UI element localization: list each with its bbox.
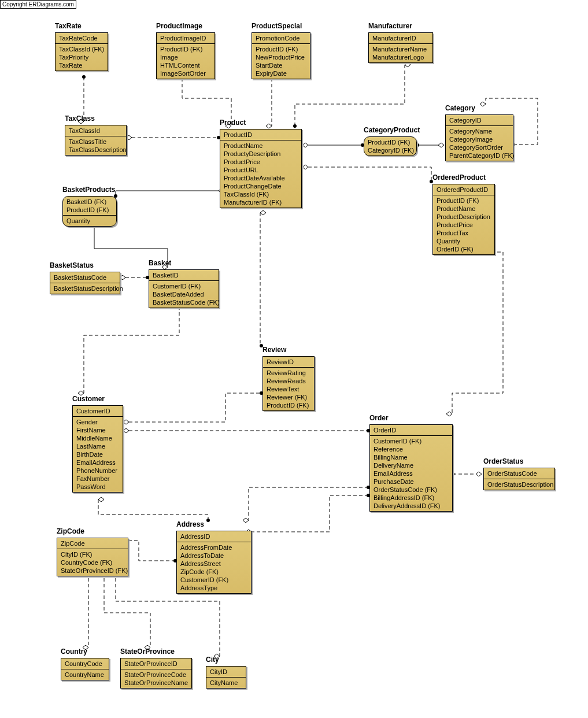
attr-field: ProductDateAvailable (224, 174, 298, 182)
pk-field: ZipCode (61, 539, 124, 547)
pk-field: AddressID (180, 532, 247, 541)
entity-title-country: Country (61, 647, 87, 656)
attr-field: ProductTax (437, 229, 491, 237)
pk-field: CustomerID (76, 407, 119, 415)
pk-field: CityID (210, 668, 242, 676)
attr-field: ImageSortOrder (160, 69, 211, 77)
entity-review: ReviewID ReviewRating ReviewReads Review… (262, 356, 315, 411)
attr-field: TaxClassDescription (69, 146, 123, 154)
entity-title-address: Address (176, 520, 204, 528)
entity-title-taxrate: TaxRate (55, 22, 82, 30)
attr-field: CountryCode (FK) (61, 558, 124, 567)
entity-address: AddressID AddressFromDate AddressToDate … (176, 531, 252, 594)
attr-field: ProductURL (224, 166, 298, 174)
attr-field: CustomerID (FK) (153, 282, 215, 290)
attr-field: DeliveryName (373, 461, 449, 469)
attr-field: ProductPrice (437, 221, 491, 229)
attr-field: AddressType (180, 584, 247, 592)
pk-field: ProductID (FK) (368, 138, 413, 146)
attr-field: Image (160, 53, 211, 61)
attr-field: PhoneNumber (76, 467, 119, 475)
entity-zipcode: ZipCode CityID (FK) CountryCode (FK) Sta… (57, 538, 128, 576)
attr-field: BillingAddressID (FK) (373, 494, 449, 502)
entity-title-orderstatus: OrderStatus (483, 457, 523, 465)
attr-field: ManufacturerLogo (372, 53, 429, 61)
attr-field: ReviewText (267, 385, 310, 393)
entity-productspecial: PromotionCode ProductID (FK) NewProductP… (252, 32, 310, 79)
attr-field: ProductID (FK) (267, 401, 310, 409)
entity-product: ProductID ProductName ProductyDescriptio… (220, 129, 302, 208)
attr-field: AddressStreet (180, 560, 247, 568)
attr-field: FirstName (76, 426, 119, 434)
attr-field: AddressFromDate (180, 543, 247, 552)
attr-field: CategoryImage (449, 135, 509, 143)
entity-title-basketstatus: BasketStatus (50, 261, 94, 269)
attr-field: OrderStatusCode (FK) (373, 486, 449, 494)
attr-field: Quantity (437, 237, 491, 245)
entity-category: CategoryID CategoryName CategoryImage Ca… (445, 114, 513, 161)
entity-customer: CustomerID Gender FirstName MiddleName L… (72, 405, 123, 493)
attr-field: CustomerID (FK) (180, 576, 247, 584)
entity-basketproducts: BasketID (FK) ProductID (FK) Quantity (62, 196, 117, 227)
pk-field: ProductImageID (160, 34, 211, 42)
attr-field: BillingName (373, 453, 449, 461)
pk-field: BasketID (153, 271, 215, 279)
pk-field: PromotionCode (256, 34, 306, 42)
attr-field: ZipCode (FK) (180, 568, 247, 576)
entity-title-order: Order (369, 414, 389, 422)
attr-field: HTMLContent (160, 61, 211, 69)
attr-field: ExpiryDate (256, 69, 306, 77)
attr-field: ProductDescription (437, 213, 491, 221)
attr-field: ProductChangeDate (224, 182, 298, 190)
attr-field: StateOrProvinceID (FK) (61, 567, 124, 575)
entity-title-review: Review (262, 346, 286, 354)
attr-field: PurchaseDate (373, 478, 449, 486)
pk-field: StateOrProvinceID (124, 660, 188, 668)
entity-title-basketproducts: BasketProducts (62, 186, 115, 194)
entity-title-taxclass: TaxClass (65, 114, 95, 123)
attr-field: StateOrProvinceCode (124, 671, 188, 679)
entity-basketstatus: BasketStatusCode BasketStatusDescription (50, 272, 120, 294)
attr-field: CityName (210, 679, 242, 687)
pk-field: CategoryID (449, 116, 509, 124)
attr-field: OrderStatusDescription (487, 480, 551, 488)
entity-city: CityID CityName (206, 666, 246, 689)
entity-productimage: ProductImageID ProductID (FK) Image HTML… (156, 32, 215, 79)
attr-field: TaxClassTitle (69, 138, 123, 146)
attr-field: ParentCategoryID (FK) (449, 151, 509, 160)
entity-basket: BasketID CustomerID (FK) BasketDateAdded… (149, 269, 219, 308)
entity-title-categoryproduct: CategoryProduct (364, 126, 420, 134)
attr-field: Quantity (66, 217, 113, 225)
attr-field: ReviewRating (267, 369, 310, 377)
attr-field: ProductID (FK) (256, 45, 306, 53)
entity-stateorprovince: StateOrProvinceID StateOrProvinceCode St… (120, 658, 192, 689)
pk-field: BasketID (FK) (66, 198, 113, 206)
entity-title-orderedproduct: OrderedProduct (432, 173, 486, 182)
attr-field: CityID (FK) (61, 550, 124, 558)
entity-title-category: Category (445, 104, 475, 112)
entity-title-productimage: ProductImage (156, 22, 202, 30)
entity-title-manufacturer: Manufacturer (368, 22, 412, 30)
attr-field: ManufacturerName (372, 45, 429, 53)
attr-field: TaxClassId (FK) (224, 190, 298, 198)
attr-field: DeliveryAddressID (FK) (373, 502, 449, 510)
entity-order: OrderID CustomerID (FK) Reference Billin… (369, 424, 453, 512)
attr-field: ProductyDescription (224, 150, 298, 158)
attr-field: BasketDateAdded (153, 290, 215, 298)
attr-field: TaxClassId (FK) (59, 45, 104, 53)
pk-field: CountryCode (65, 660, 105, 668)
pk-field: TaxClassId (69, 127, 123, 135)
attr-field: CategoryName (449, 127, 509, 135)
attr-field: CustomerID (FK) (373, 437, 449, 445)
attr-field: CountryName (65, 671, 105, 679)
entity-manufacturer: ManufacturerID ManufacturerName Manufact… (368, 32, 433, 63)
pk-field: ProductID (FK) (66, 206, 113, 214)
attr-field: ProductName (224, 142, 298, 150)
attr-field: Reviewer (FK) (267, 393, 310, 401)
entity-categoryproduct: ProductID (FK) CategoryID (FK) (364, 136, 417, 156)
attr-field: EmailAddress (76, 458, 119, 467)
attr-field: LastName (76, 442, 119, 450)
entity-orderedproduct: OrderedProductID ProductID (FK) ProductN… (432, 184, 495, 255)
attr-field: CategorySortOrder (449, 143, 509, 151)
attr-field: AddressToDate (180, 552, 247, 560)
